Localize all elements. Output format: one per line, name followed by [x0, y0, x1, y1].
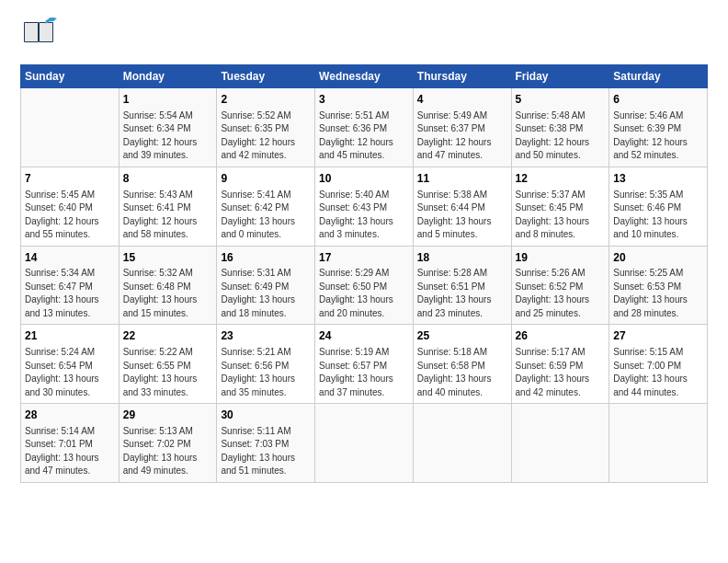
day-number: 27 — [613, 328, 703, 344]
svg-rect-3 — [40, 23, 52, 41]
day-cell: 1Sunrise: 5:54 AM Sunset: 6:34 PM Daylig… — [119, 88, 217, 167]
day-cell: 29Sunrise: 5:13 AM Sunset: 7:02 PM Dayli… — [119, 404, 217, 483]
day-cell: 18Sunrise: 5:28 AM Sunset: 6:51 PM Dayli… — [413, 246, 511, 325]
day-cell — [21, 88, 119, 167]
day-number: 22 — [123, 328, 213, 344]
day-cell: 3Sunrise: 5:51 AM Sunset: 6:36 PM Daylig… — [315, 88, 414, 167]
day-info: Sunrise: 5:28 AM Sunset: 6:51 PM Dayligh… — [417, 267, 507, 320]
day-cell — [511, 404, 609, 483]
day-cell — [609, 404, 708, 483]
day-number: 30 — [221, 408, 311, 423]
day-info: Sunrise: 5:37 AM Sunset: 6:45 PM Dayligh… — [516, 189, 606, 242]
day-info: Sunrise: 5:52 AM Sunset: 6:35 PM Dayligh… — [221, 109, 311, 163]
day-info: Sunrise: 5:26 AM Sunset: 6:52 PM Dayligh… — [516, 267, 606, 320]
day-cell: 23Sunrise: 5:21 AM Sunset: 6:56 PM Dayli… — [217, 325, 315, 404]
day-info: Sunrise: 5:51 AM Sunset: 6:36 PM Dayligh… — [319, 109, 409, 163]
day-info: Sunrise: 5:38 AM Sunset: 6:44 PM Dayligh… — [417, 189, 507, 242]
day-number: 19 — [516, 250, 606, 266]
day-cell: 28Sunrise: 5:14 AM Sunset: 7:01 PM Dayli… — [21, 404, 119, 483]
weekday-header-row: SundayMondayTuesdayWednesdayThursdayFrid… — [21, 65, 708, 88]
week-row-5: 28Sunrise: 5:14 AM Sunset: 7:01 PM Dayli… — [21, 404, 708, 483]
logo — [20, 17, 61, 55]
weekday-header-wednesday: Wednesday — [315, 65, 414, 88]
day-info: Sunrise: 5:15 AM Sunset: 7:00 PM Dayligh… — [613, 346, 703, 399]
week-row-1: 1Sunrise: 5:54 AM Sunset: 6:34 PM Daylig… — [21, 88, 708, 167]
day-number: 25 — [417, 328, 507, 344]
weekday-header-friday: Friday — [511, 65, 609, 88]
day-number: 2 — [221, 92, 311, 108]
weekday-header-sunday: Sunday — [21, 65, 119, 88]
day-number: 21 — [25, 328, 115, 344]
day-info: Sunrise: 5:35 AM Sunset: 6:46 PM Dayligh… — [613, 189, 703, 242]
day-info: Sunrise: 5:11 AM Sunset: 7:03 PM Dayligh… — [221, 425, 311, 478]
day-number: 4 — [417, 92, 507, 108]
day-number: 12 — [516, 171, 606, 187]
day-cell — [315, 404, 414, 483]
day-number: 24 — [319, 328, 409, 344]
day-number: 6 — [613, 92, 703, 108]
day-cell: 13Sunrise: 5:35 AM Sunset: 6:46 PM Dayli… — [609, 167, 708, 246]
day-cell: 2Sunrise: 5:52 AM Sunset: 6:35 PM Daylig… — [217, 88, 315, 167]
day-cell: 21Sunrise: 5:24 AM Sunset: 6:54 PM Dayli… — [21, 325, 119, 404]
day-number: 26 — [516, 328, 606, 344]
day-cell: 10Sunrise: 5:40 AM Sunset: 6:43 PM Dayli… — [315, 167, 414, 246]
day-info: Sunrise: 5:31 AM Sunset: 6:49 PM Dayligh… — [221, 267, 311, 320]
day-number: 7 — [25, 171, 115, 187]
day-cell: 7Sunrise: 5:45 AM Sunset: 6:40 PM Daylig… — [21, 167, 119, 246]
day-number: 17 — [319, 250, 409, 266]
week-row-4: 21Sunrise: 5:24 AM Sunset: 6:54 PM Dayli… — [21, 325, 708, 404]
day-number: 23 — [221, 328, 311, 344]
day-number: 10 — [319, 171, 409, 187]
day-cell: 26Sunrise: 5:17 AM Sunset: 6:59 PM Dayli… — [511, 325, 609, 404]
day-cell: 14Sunrise: 5:34 AM Sunset: 6:47 PM Dayli… — [21, 246, 119, 325]
day-info: Sunrise: 5:34 AM Sunset: 6:47 PM Dayligh… — [25, 267, 115, 320]
day-cell: 27Sunrise: 5:15 AM Sunset: 7:00 PM Dayli… — [609, 325, 708, 404]
weekday-header-saturday: Saturday — [609, 65, 708, 88]
day-info: Sunrise: 5:54 AM Sunset: 6:34 PM Dayligh… — [123, 109, 213, 163]
header — [20, 17, 708, 55]
day-cell: 22Sunrise: 5:22 AM Sunset: 6:55 PM Dayli… — [119, 325, 217, 404]
day-number: 16 — [221, 250, 311, 266]
day-number: 28 — [25, 408, 115, 423]
day-number: 15 — [123, 250, 213, 266]
day-number: 3 — [319, 92, 409, 108]
svg-rect-2 — [25, 23, 38, 41]
day-cell — [413, 404, 511, 483]
day-cell: 25Sunrise: 5:18 AM Sunset: 6:58 PM Dayli… — [413, 325, 511, 404]
day-number: 13 — [613, 171, 703, 187]
week-row-3: 14Sunrise: 5:34 AM Sunset: 6:47 PM Dayli… — [21, 246, 708, 325]
day-info: Sunrise: 5:40 AM Sunset: 6:43 PM Dayligh… — [319, 189, 409, 242]
day-cell: 11Sunrise: 5:38 AM Sunset: 6:44 PM Dayli… — [413, 167, 511, 246]
day-cell: 8Sunrise: 5:43 AM Sunset: 6:41 PM Daylig… — [119, 167, 217, 246]
day-info: Sunrise: 5:41 AM Sunset: 6:42 PM Dayligh… — [221, 189, 311, 242]
day-number: 14 — [25, 250, 115, 266]
day-info: Sunrise: 5:24 AM Sunset: 6:54 PM Dayligh… — [25, 346, 115, 399]
day-info: Sunrise: 5:21 AM Sunset: 6:56 PM Dayligh… — [221, 346, 311, 399]
day-cell: 30Sunrise: 5:11 AM Sunset: 7:03 PM Dayli… — [217, 404, 315, 483]
day-info: Sunrise: 5:49 AM Sunset: 6:37 PM Dayligh… — [417, 109, 507, 163]
day-cell: 17Sunrise: 5:29 AM Sunset: 6:50 PM Dayli… — [315, 246, 414, 325]
day-info: Sunrise: 5:46 AM Sunset: 6:39 PM Dayligh… — [613, 109, 703, 163]
day-info: Sunrise: 5:22 AM Sunset: 6:55 PM Dayligh… — [123, 346, 213, 399]
logo-icon — [20, 17, 59, 55]
day-cell: 20Sunrise: 5:25 AM Sunset: 6:53 PM Dayli… — [609, 246, 708, 325]
day-number: 8 — [123, 171, 213, 187]
day-cell: 16Sunrise: 5:31 AM Sunset: 6:49 PM Dayli… — [217, 246, 315, 325]
day-info: Sunrise: 5:13 AM Sunset: 7:02 PM Dayligh… — [123, 425, 213, 478]
week-row-2: 7Sunrise: 5:45 AM Sunset: 6:40 PM Daylig… — [21, 167, 708, 246]
day-info: Sunrise: 5:18 AM Sunset: 6:58 PM Dayligh… — [417, 346, 507, 399]
day-cell: 9Sunrise: 5:41 AM Sunset: 6:42 PM Daylig… — [217, 167, 315, 246]
day-info: Sunrise: 5:14 AM Sunset: 7:01 PM Dayligh… — [25, 425, 115, 478]
day-number: 18 — [417, 250, 507, 266]
day-number: 1 — [123, 92, 213, 108]
day-cell: 15Sunrise: 5:32 AM Sunset: 6:48 PM Dayli… — [119, 246, 217, 325]
day-info: Sunrise: 5:29 AM Sunset: 6:50 PM Dayligh… — [319, 267, 409, 320]
day-info: Sunrise: 5:25 AM Sunset: 6:53 PM Dayligh… — [613, 267, 703, 320]
calendar-table: SundayMondayTuesdayWednesdayThursdayFrid… — [20, 64, 708, 483]
weekday-header-monday: Monday — [119, 65, 217, 88]
day-cell: 4Sunrise: 5:49 AM Sunset: 6:37 PM Daylig… — [413, 88, 511, 167]
day-info: Sunrise: 5:48 AM Sunset: 6:38 PM Dayligh… — [516, 109, 606, 163]
day-cell: 5Sunrise: 5:48 AM Sunset: 6:38 PM Daylig… — [511, 88, 609, 167]
day-cell: 19Sunrise: 5:26 AM Sunset: 6:52 PM Dayli… — [511, 246, 609, 325]
day-number: 20 — [613, 250, 703, 266]
